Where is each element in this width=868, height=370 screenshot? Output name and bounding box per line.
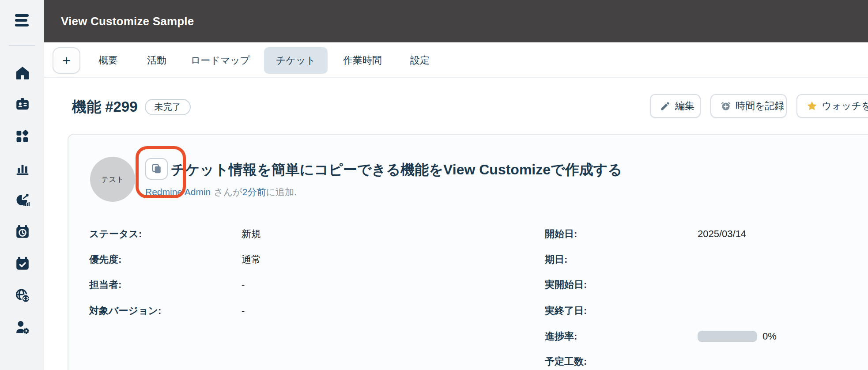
- edit-button[interactable]: 編集: [650, 94, 701, 118]
- add-tab-button[interactable]: +: [53, 47, 80, 74]
- star-icon: [806, 100, 818, 112]
- project-card-icon: [15, 96, 30, 112]
- log-time-button[interactable]: 時間を記録: [710, 94, 787, 118]
- avatar: テスト: [90, 157, 135, 202]
- issue-card: テスト チケット情報を簡単にコピーできる機能をView Customizeで作成…: [68, 134, 868, 370]
- sidebar-item-analytics[interactable]: [15, 192, 30, 208]
- attribute-row-start-date: 開始日: 2025/03/14: [68, 226, 868, 242]
- bar-chart-icon: [15, 160, 30, 176]
- tab-issues[interactable]: チケット: [264, 47, 328, 74]
- project-tabbar: + 概要 活動 ロードマップ チケット 作業時間 設定: [44, 42, 868, 78]
- pie-analytics-icon: [15, 192, 30, 208]
- status-badge: 未完了: [145, 99, 191, 115]
- topbar: View Customize Sample: [44, 0, 868, 42]
- pencil-icon: [660, 100, 671, 112]
- attribute-row-estimated-time: 予定工数:: [68, 354, 868, 370]
- calendar-check-icon: [15, 256, 30, 272]
- watch-button[interactable]: ウォッチを: [796, 94, 868, 118]
- attribute-row-actual-end: 実終了日:: [68, 303, 868, 319]
- attribute-row-progress: 進捗率: 0%: [68, 328, 868, 344]
- sidebar-item-reports[interactable]: [15, 160, 30, 176]
- tab-settings[interactable]: 設定: [400, 47, 440, 74]
- issue-actions: 編集 時間を記録 ウォッチを: [650, 94, 868, 118]
- sidebar: [0, 0, 44, 370]
- sidebar-item-user-settings[interactable]: [15, 319, 30, 335]
- author-link[interactable]: Redmine Admin: [145, 187, 211, 197]
- issue-heading: 機能 #299 未完了: [72, 98, 191, 116]
- menu-icon[interactable]: [15, 13, 30, 27]
- issue-subject: チケット情報を簡単にコピーできる機能をView Customizeで作成する: [171, 160, 622, 179]
- attribute-row-due-date: 期日:: [68, 252, 868, 268]
- globe-code-icon: [15, 287, 30, 303]
- redmine-issue-page: View Customize Sample + 概要 活動 ロードマップ チケッ…: [0, 0, 868, 370]
- tab-overview[interactable]: 概要: [91, 47, 126, 74]
- tab-activity[interactable]: 活動: [139, 47, 174, 74]
- attribute-row-actual-start: 実開始日:: [68, 277, 868, 293]
- time-ago-link[interactable]: 2分前: [242, 187, 266, 197]
- copy-issue-button[interactable]: [145, 158, 168, 180]
- sidebar-item-tasks[interactable]: [15, 256, 30, 272]
- progress-bar: [698, 331, 757, 342]
- copy-icon: [151, 163, 162, 175]
- user-settings-icon: [15, 319, 30, 335]
- sidebar-item-spent-time[interactable]: [15, 224, 30, 240]
- sidebar-divider: [9, 45, 35, 46]
- issue-byline: Redmine Adminさんが2分前に追加.: [145, 186, 297, 198]
- sidebar-item-home[interactable]: [15, 65, 30, 81]
- issue-title: 機能 #299: [72, 97, 138, 117]
- page-title: View Customize Sample: [61, 15, 194, 28]
- home-icon: [15, 65, 30, 81]
- tab-time[interactable]: 作業時間: [334, 47, 391, 74]
- modules-grid-icon: [15, 128, 30, 144]
- clock-plus-icon: [720, 100, 732, 112]
- sidebar-item-projects[interactable]: [15, 96, 30, 112]
- calendar-clock-icon: [15, 224, 30, 240]
- sidebar-item-web-code[interactable]: [15, 287, 30, 303]
- sidebar-item-modules[interactable]: [15, 128, 30, 144]
- tab-roadmap[interactable]: ロードマップ: [187, 47, 253, 74]
